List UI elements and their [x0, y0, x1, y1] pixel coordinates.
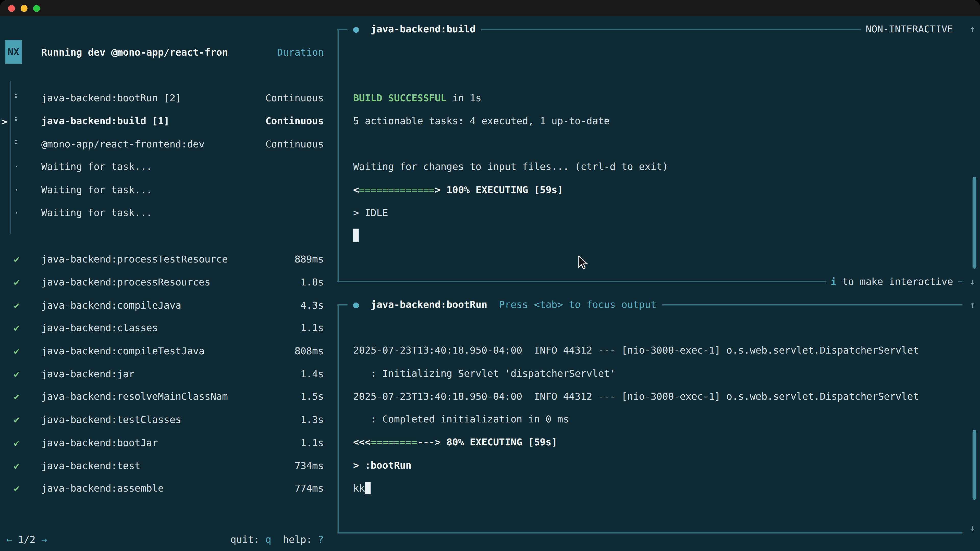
page-indicator-gap: [35, 534, 41, 545]
window-titlebar: [0, 0, 980, 16]
check-icon: ✔: [14, 346, 20, 357]
progress-open: <<<: [353, 437, 371, 448]
task-duration: 1.1s: [301, 437, 324, 448]
check-icon: ✔: [14, 391, 20, 403]
next-page-arrow-icon[interactable]: →: [41, 534, 47, 545]
zoom-button[interactable]: [33, 5, 40, 11]
log-line: : Completed initialization in 0 ms: [353, 413, 569, 426]
spinner-icon: ⠃: [14, 116, 21, 127]
progress-tail: --->: [417, 437, 441, 448]
log-line: 2025-07-23T13:40:18.950-04:00 INFO 44312…: [353, 391, 919, 403]
bootrun-panel-border-bottom: [337, 532, 963, 534]
build-time-text: in 1s: [446, 92, 481, 103]
task-row[interactable]: ✔ java-backend:compileJava 4.3s: [0, 294, 331, 317]
task-label: java-backend:bootJar: [41, 437, 158, 448]
build-successful-text: BUILD SUCCESSFUL: [353, 92, 447, 103]
task-label: java-backend:compileJava: [41, 300, 181, 311]
panel-bullet-icon: ●: [353, 24, 359, 35]
task-row[interactable]: ✔ java-backend:processTestResource 889ms: [0, 248, 331, 271]
bootrun-panel-title-text: java-backend:bootRun: [371, 299, 487, 310]
help-key: ?: [318, 534, 324, 545]
task-row[interactable]: ✔ java-backend:bootJar 1.1s: [0, 431, 331, 454]
check-icon: ✔: [14, 254, 20, 265]
page-indicator: [12, 534, 18, 545]
duration-column-header: Duration: [277, 46, 324, 59]
task-row[interactable]: · Waiting for task...: [0, 202, 331, 224]
bootrun-input-line[interactable]: kk: [353, 483, 371, 495]
check-icon: ✔: [14, 437, 20, 448]
task-row[interactable]: ⠃ @mono-app/react-frontend:dev Continuou…: [0, 133, 331, 156]
task-label: Waiting for task...: [41, 207, 152, 219]
task-label: java-backend:compileTestJava: [41, 346, 205, 357]
running-task-list: ⠃ java-backend:bootRun [2] Continuous ⠃ …: [0, 87, 331, 224]
task-row[interactable]: · Waiting for task...: [0, 179, 331, 202]
pagination: ← 1/2 →: [6, 533, 47, 547]
task-label: java-backend:build [1]: [41, 116, 170, 127]
terminal-cursor: [353, 229, 359, 241]
typed-input: kk: [353, 483, 365, 494]
task-row-selected[interactable]: ⠃ java-backend:build [1] Continuous: [0, 110, 331, 133]
task-row[interactable]: ⠃ java-backend:bootRun [2] Continuous: [0, 87, 331, 110]
task-row[interactable]: ✔ java-backend:jar 1.4s: [0, 362, 331, 386]
interactive-hint-key: i: [831, 276, 837, 287]
spinner-icon: ⠃: [14, 93, 21, 104]
noninteractive-badge: NON-INTERACTIVE: [861, 22, 958, 36]
page-number: 1/2: [18, 534, 35, 545]
help-label: help:: [271, 534, 318, 545]
noninteractive-label: NON-INTERACTIVE: [865, 24, 953, 35]
sidebar-footer: ← 1/2 → quit: q help: ?: [0, 533, 331, 547]
close-button[interactable]: [8, 5, 15, 11]
task-row[interactable]: ✔ java-backend:resolveMainClassNam 1.5s: [0, 386, 331, 408]
progress-bar: ========: [371, 437, 417, 448]
progress-close: >: [435, 184, 441, 195]
scroll-up-icon[interactable]: ↑: [966, 22, 980, 36]
task-duration: 808ms: [294, 346, 324, 357]
check-icon: ✔: [14, 300, 20, 311]
check-icon: ✔: [14, 483, 20, 494]
check-icon: ✔: [14, 323, 20, 334]
task-duration: 889ms: [294, 254, 324, 265]
bootrun-panel-title[interactable]: ● java-backend:bootRun Press <tab> to fo…: [348, 298, 662, 312]
task-row[interactable]: ✔ java-backend:assemble 774ms: [0, 477, 331, 500]
sidebar-header: Running dev @mono-app/react-fron Duratio…: [0, 46, 331, 59]
task-duration: 1.4s: [301, 368, 324, 380]
nx-terminal-window: NX Running dev @mono-app/react-fron Dura…: [0, 0, 980, 551]
interactive-hint-text: to make interactive: [837, 276, 953, 287]
check-icon: ✔: [14, 414, 20, 426]
spinner-icon: ⠃: [14, 138, 21, 150]
panel-bullet-icon: ●: [353, 299, 359, 310]
check-icon: ✔: [14, 368, 20, 380]
task-duration: 734ms: [294, 460, 324, 472]
dot-icon: ·: [14, 184, 20, 196]
quit-key: q: [266, 534, 271, 545]
task-label: java-backend:processTestResource: [41, 254, 228, 265]
task-row[interactable]: ✔ java-backend:processResources 1.0s: [0, 271, 331, 294]
dot-icon: ·: [14, 207, 20, 219]
task-label: java-backend:testClasses: [41, 414, 181, 426]
build-panel-title[interactable]: ● java-backend:build: [348, 22, 481, 36]
focus-output-hint: Press <tab> to focus output: [499, 299, 656, 310]
task-row[interactable]: ✔ java-backend:test 734ms: [0, 454, 331, 477]
scroll-down-icon[interactable]: ↓: [966, 275, 980, 289]
task-row[interactable]: ✔ java-backend:classes 1.1s: [0, 317, 331, 340]
task-row[interactable]: · Waiting for task...: [0, 156, 331, 179]
bootrun-progress-line: <<<========---> 80% EXECUTING [59s]: [353, 436, 557, 449]
progress-status: 100% EXECUTING [59s]: [441, 184, 563, 195]
build-waiting-line: Waiting for changes to input files... (c…: [353, 160, 668, 173]
minimize-button[interactable]: [21, 5, 27, 11]
build-panel-border-left: [337, 29, 339, 283]
scroll-up-icon[interactable]: ↑: [966, 298, 980, 312]
bootrun-panel-scrollbar[interactable]: [973, 430, 976, 500]
bootrun-panel-border-left: [337, 304, 339, 533]
task-duration: Continuous: [266, 116, 324, 127]
dot-icon: ·: [14, 162, 20, 173]
task-label: Waiting for task...: [41, 162, 152, 173]
task-row[interactable]: ✔ java-backend:compileTestJava 808ms: [0, 340, 331, 363]
build-panel-scrollbar[interactable]: [973, 177, 976, 268]
prev-page-arrow-icon[interactable]: ←: [6, 534, 12, 545]
scroll-down-icon[interactable]: ↓: [966, 521, 980, 535]
bootrun-prompt-line: > :bootRun: [353, 459, 412, 472]
task-duration: 1.1s: [301, 323, 324, 334]
run-command-title: Running dev @mono-app/react-fron: [41, 46, 228, 59]
task-row[interactable]: ✔ java-backend:testClasses 1.3s: [0, 408, 331, 431]
